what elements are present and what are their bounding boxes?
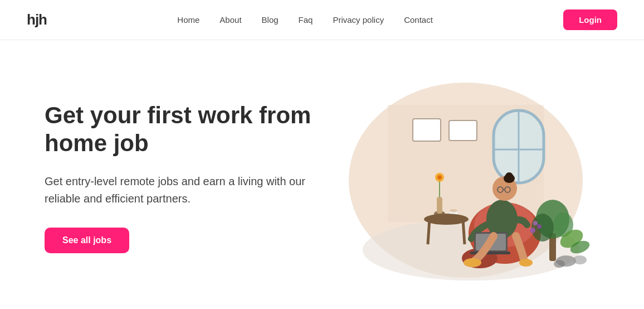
nav-link-contact[interactable]: Contact — [404, 15, 433, 25]
nav-links: Home About Blog Faq Privacy policy Conta… — [177, 15, 433, 25]
hero-illustration — [332, 71, 599, 283]
hero-title: Get your first work from home job — [45, 102, 312, 158]
svg-point-34 — [519, 259, 533, 267]
hero-subtitle: Get entry-level remote jobs and earn a l… — [45, 173, 312, 207]
svg-point-33 — [464, 258, 481, 267]
navbar: hjh Home About Blog Faq Privacy policy C… — [0, 0, 644, 40]
svg-point-44 — [530, 228, 535, 233]
login-button[interactable]: Login — [563, 9, 617, 30]
svg-point-42 — [573, 255, 587, 264]
svg-rect-10 — [437, 197, 442, 214]
svg-rect-32 — [470, 252, 510, 254]
see-all-jobs-button[interactable]: See all jobs — [45, 228, 129, 253]
nav-link-about[interactable]: About — [219, 15, 241, 25]
nav-link-blog[interactable]: Blog — [262, 15, 279, 25]
svg-point-37 — [531, 214, 554, 242]
hero-content: Get your first work from home job Get en… — [45, 102, 312, 254]
svg-point-45 — [537, 224, 541, 229]
svg-point-13 — [437, 175, 442, 180]
svg-line-18 — [428, 219, 430, 244]
logo[interactable]: hjh — [27, 11, 47, 28]
nav-link-home[interactable]: Home — [177, 15, 199, 25]
svg-point-43 — [554, 260, 565, 268]
svg-rect-8 — [449, 120, 477, 141]
svg-point-16 — [450, 209, 457, 213]
svg-line-19 — [463, 219, 465, 244]
svg-point-26 — [505, 172, 513, 180]
hero-section: Get your first work from home job Get en… — [0, 40, 644, 309]
nav-link-privacy[interactable]: Privacy policy — [333, 15, 384, 25]
svg-rect-7 — [413, 119, 441, 141]
nav-link-faq[interactable]: Faq — [299, 15, 313, 25]
svg-point-46 — [533, 221, 538, 225]
